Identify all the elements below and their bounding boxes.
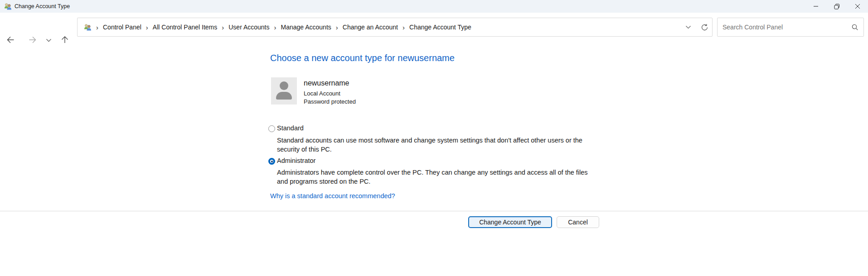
navigation-bar: ›Control Panel›All Control Panel Items›U… — [0, 13, 868, 42]
breadcrumb-separator: › — [274, 24, 276, 31]
administrator-description-line2: and programs stored on the PC. — [277, 177, 588, 186]
user-accounts-icon — [4, 3, 12, 10]
footer-divider — [0, 211, 868, 211]
why-standard-recommended-link[interactable]: Why is a standard account recommended? — [270, 192, 395, 200]
search-box — [717, 18, 864, 37]
minimize-button[interactable] — [805, 0, 826, 13]
refresh-button[interactable] — [701, 18, 708, 36]
administrator-description: Administrators have complete control ove… — [277, 168, 588, 186]
radio-standard[interactable] — [268, 125, 275, 132]
standard-description-line2: security of this PC. — [277, 145, 582, 154]
window-controls — [805, 0, 868, 13]
breadcrumb: ›Control Panel›All Control Panel Items›U… — [92, 24, 471, 31]
forward-icon[interactable] — [28, 35, 37, 44]
administrator-description-line1: Administrators have complete control ove… — [277, 168, 588, 177]
page-title: Choose a new account type for newusernam… — [270, 53, 455, 63]
radio-administrator[interactable] — [268, 158, 275, 165]
user-password-status: Password protected — [304, 98, 356, 105]
standard-description: Standard accounts can use most software … — [277, 136, 582, 154]
chevron-down-icon — [685, 25, 691, 29]
restore-icon — [834, 4, 840, 10]
breadcrumb-item[interactable]: All Control Panel Items — [153, 24, 217, 31]
minimize-icon — [813, 4, 819, 9]
avatar-head-shape — [280, 81, 288, 90]
close-icon — [855, 4, 860, 9]
close-button[interactable] — [847, 0, 868, 13]
address-bar[interactable]: ›Control Panel›All Control Panel Items›U… — [77, 18, 713, 37]
radio-standard-label[interactable]: Standard — [277, 124, 304, 132]
change-account-type-button[interactable]: Change Account Type — [468, 216, 552, 228]
breadcrumb-item[interactable]: Manage Accounts — [281, 24, 331, 31]
breadcrumb-separator: › — [402, 24, 405, 31]
cancel-button[interactable]: Cancel — [557, 216, 599, 228]
breadcrumb-user-accounts-icon — [84, 24, 92, 31]
refresh-icon — [701, 24, 708, 31]
breadcrumb-item[interactable]: Change Account Type — [409, 24, 471, 31]
breadcrumb-item[interactable]: Control Panel — [103, 24, 141, 31]
breadcrumb-separator: › — [96, 24, 98, 31]
back-icon[interactable] — [6, 35, 15, 44]
breadcrumb-separator: › — [336, 24, 338, 31]
user-name: newusername — [304, 79, 349, 87]
breadcrumb-item[interactable]: Change an Account — [343, 24, 398, 31]
search-icon[interactable] — [851, 24, 858, 31]
recent-pages-chevron-icon[interactable] — [46, 38, 52, 43]
standard-description-line1: Standard accounts can use most software … — [277, 136, 582, 145]
search-input[interactable] — [718, 18, 863, 36]
breadcrumb-separator: › — [146, 24, 148, 31]
control-panel-window: Change Account Type — [0, 0, 868, 276]
up-icon[interactable] — [60, 35, 69, 44]
address-dropdown-button[interactable] — [685, 18, 691, 36]
breadcrumb-separator: › — [222, 24, 224, 31]
user-account-type: Local Account — [304, 90, 340, 97]
window-title: Change Account Type — [15, 3, 70, 10]
restore-button[interactable] — [826, 0, 847, 13]
title-bar: Change Account Type — [0, 0, 868, 13]
radio-administrator-label[interactable]: Administrator — [277, 157, 315, 164]
breadcrumb-item[interactable]: User Accounts — [228, 24, 269, 31]
avatar-torso-shape — [276, 92, 292, 100]
user-avatar — [271, 77, 297, 105]
